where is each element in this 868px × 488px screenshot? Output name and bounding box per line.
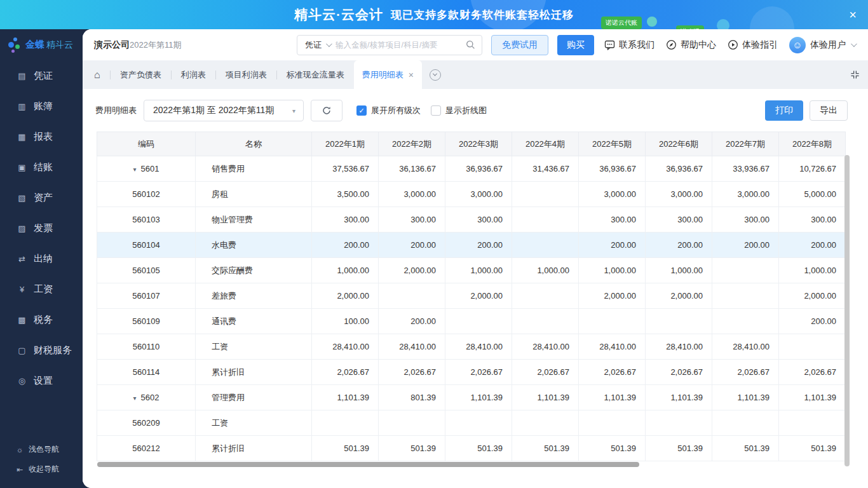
row-value: 28,410.00: [512, 334, 579, 360]
row-value: 36,936.67: [445, 156, 512, 182]
row-value: 1,101.39: [312, 385, 379, 410]
sidebar-item-report[interactable]: ▦报表: [0, 121, 83, 152]
banner-decoration: [717, 19, 729, 29]
tab-overflow-dropdown[interactable]: [430, 69, 441, 81]
row-value: 28,410.00: [712, 334, 779, 360]
search-input[interactable]: [336, 41, 466, 50]
sidebar-footer-light-nav[interactable]: ☼浅色导航: [15, 440, 83, 459]
row-value: 200.00: [445, 233, 512, 258]
play-circle-icon: [728, 39, 738, 50]
row-value: 1,101.39: [779, 385, 846, 410]
table-row[interactable]: ▾5601销售费用37,536.6736,136.6736,936.6731,4…: [97, 156, 846, 182]
print-button[interactable]: 打印: [765, 100, 803, 121]
sidebar-item-ledger[interactable]: ▥账簿: [0, 91, 83, 121]
free-trial-button[interactable]: 免费试用: [491, 35, 548, 55]
table-row[interactable]: 560110工资28,410.0028,410.0028,410.0028,41…: [97, 334, 846, 360]
sidebar-item-invoice[interactable]: ▨发票: [0, 213, 83, 243]
checkbox-unchecked-icon[interactable]: [431, 105, 441, 116]
table-row[interactable]: 560102房租3,500.003,000.003,000.003,000.00…: [97, 182, 846, 207]
row-value: 200.00: [312, 233, 379, 258]
row-value: 200.00: [712, 233, 779, 258]
compass-icon: [666, 39, 677, 50]
export-button[interactable]: 导出: [810, 100, 848, 121]
table-row[interactable]: 560107差旅费2,000.002,000.002,000.002,000.0…: [97, 283, 846, 309]
row-value: 2,000.00: [646, 283, 712, 309]
table-row[interactable]: 560103物业管理费300.00300.00300.00300.00300.0…: [97, 207, 846, 233]
tab-2[interactable]: 利润表: [181, 69, 206, 81]
horizontal-scrollbar[interactable]: [97, 462, 639, 467]
expense-detail-table: 编码名称2022年1期2022年2期2022年3期2022年4期2022年5期2…: [97, 132, 849, 461]
sidebar-item-closing[interactable]: ▣结账: [0, 152, 83, 182]
show-linechart-checkbox[interactable]: 显示折线图: [431, 105, 487, 116]
contact-us-button[interactable]: 联系我们: [604, 39, 654, 51]
collapse-caret-icon[interactable]: ▾: [133, 166, 137, 173]
badge-nuonuo-cloud[interactable]: 诺诺云代账: [601, 17, 642, 29]
row-name: 管理费用: [196, 385, 312, 410]
sidebar-item-tax[interactable]: ▩税务: [0, 304, 83, 335]
app-logo[interactable]: 金蝶 精斗云: [0, 29, 83, 60]
user-menu[interactable]: ☺ 体验用户: [789, 37, 855, 53]
voucher-icon: ▤: [17, 71, 27, 81]
checkbox-checked-icon[interactable]: ✓: [356, 105, 367, 116]
table-row[interactable]: ▾5602管理费用1,101.39801.391,101.391,101.391…: [97, 385, 846, 410]
help-center-button[interactable]: 帮助中心: [666, 39, 716, 51]
sidebar-item-settings[interactable]: ◎设置: [0, 365, 83, 396]
sidebar-item-asset[interactable]: ▧资产: [0, 182, 83, 213]
search-category-select[interactable]: 凭证: [305, 39, 322, 51]
tab-expense-detail-active[interactable]: 费用明细表 ×: [354, 60, 422, 89]
row-code: ▾5601: [97, 156, 196, 182]
asset-icon: ▧: [17, 193, 27, 203]
sidebar-footer-label: 浅色导航: [29, 444, 59, 455]
table-row[interactable]: 560109通讯费100.00200.00200.00: [97, 309, 846, 334]
table-row[interactable]: 560209工资: [97, 410, 846, 436]
table-row[interactable]: 560212累计折旧501.39501.39501.39501.39501.39…: [97, 436, 846, 461]
row-value: 2,000.00: [779, 283, 846, 309]
exit-fullscreen-icon[interactable]: [850, 70, 860, 79]
tab-divider: [215, 71, 216, 79]
expand-all-checkbox[interactable]: ✓ 展开所有级次: [356, 105, 421, 116]
row-value: [512, 410, 579, 436]
row-name: 累计折旧: [196, 360, 312, 385]
company-name[interactable]: 演示公司2022年第11期: [94, 39, 181, 51]
collapse-caret-icon[interactable]: ▾: [133, 395, 137, 402]
row-value: 2,026.67: [379, 360, 445, 385]
search-icon[interactable]: [466, 40, 475, 50]
column-header: 2022年8期: [779, 132, 846, 156]
chevron-down-icon: [326, 41, 332, 47]
row-name: 累计折旧: [196, 436, 312, 461]
chat-bubble-icon: [604, 39, 615, 50]
row-value: 3,000.00: [445, 182, 512, 207]
row-value: 1,101.39: [512, 385, 579, 410]
tab-close-icon[interactable]: ×: [409, 70, 414, 80]
sidebar-item-voucher[interactable]: ▤凭证: [0, 60, 83, 91]
cashier-icon: ⇄: [17, 254, 27, 264]
vertical-scrollbar[interactable]: [844, 155, 850, 466]
sidebar-item-label: 发票: [34, 222, 53, 234]
guide-button[interactable]: 体验指引: [728, 39, 778, 51]
tab-divider: [110, 71, 111, 79]
sidebar-item-finance-service[interactable]: ▢财税服务: [0, 335, 83, 365]
tab-4[interactable]: 标准现金流量表: [287, 69, 344, 81]
tab-3[interactable]: 项目利润表: [226, 69, 267, 81]
global-search[interactable]: 凭证: [297, 35, 482, 55]
row-value: 501.39: [512, 436, 579, 461]
sidebar-item-payroll[interactable]: ¥工资: [0, 274, 83, 304]
period-range-select[interactable]: 2022年第1期 至 2022年第11期 ▾: [144, 100, 304, 121]
tab-1[interactable]: 资产负债表: [120, 69, 161, 81]
banner-decoration: [647, 17, 657, 27]
table-row[interactable]: 560105交际应酬费1,000.002,000.001,000.001,000…: [97, 258, 846, 283]
row-name: 交际应酬费: [196, 258, 312, 283]
row-value: 300.00: [312, 207, 379, 233]
sidebar-item-cashier[interactable]: ⇄出纳: [0, 243, 83, 274]
row-value: 1,000.00: [445, 258, 512, 283]
home-icon[interactable]: ⌂: [94, 69, 100, 81]
service-icon: ▢: [17, 346, 27, 355]
refresh-button[interactable]: [311, 100, 342, 121]
buy-button[interactable]: 购买: [557, 35, 594, 55]
badge-nuozhangtong[interactable]: 诺账通: [676, 25, 704, 29]
table-row[interactable]: 560104水电费200.00200.00200.00200.00200.002…: [97, 233, 846, 258]
close-icon[interactable]: ×: [849, 8, 857, 21]
row-value: 1,000.00: [646, 258, 712, 283]
sidebar-footer-collapse-nav[interactable]: ⇤收起导航: [15, 459, 83, 479]
table-row[interactable]: 560114累计折旧2,026.672,026.672,026.672,026.…: [97, 360, 846, 385]
